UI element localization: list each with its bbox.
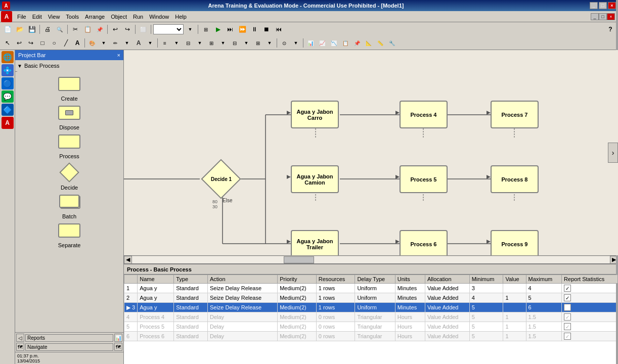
- agua-jabon-camion-node[interactable]: Agua y Jabon Camion: [291, 165, 339, 193]
- align-btn[interactable]: ≡: [159, 37, 170, 49]
- undo2-btn[interactable]: ↩: [14, 37, 25, 49]
- scroll-track[interactable]: [132, 256, 610, 263]
- pointer-btn[interactable]: ↖: [2, 37, 13, 49]
- undo-button[interactable]: ↩: [110, 24, 121, 35]
- snap-dd-btn[interactable]: ▼: [264, 37, 275, 49]
- stat6-btn[interactable]: 📐: [363, 37, 374, 49]
- col-type[interactable]: Type: [174, 275, 208, 284]
- col-units[interactable]: Units: [395, 275, 425, 284]
- report-checkbox[interactable]: [564, 313, 571, 321]
- stop-btn[interactable]: ⏹: [261, 24, 272, 35]
- stat5-btn[interactable]: 📌: [351, 37, 363, 49]
- close-button[interactable]: ×: [608, 2, 616, 9]
- reports-tab[interactable]: Reports: [25, 334, 113, 342]
- stat7-btn[interactable]: 📏: [375, 37, 386, 49]
- col-allocation[interactable]: Allocation: [425, 275, 469, 284]
- text-color-btn[interactable]: A: [133, 37, 144, 49]
- report-checkbox[interactable]: [564, 333, 571, 340]
- table-scroll[interactable]: Name Type Action Priority Resources Dela…: [124, 275, 618, 364]
- template-button[interactable]: ⬜: [138, 24, 149, 35]
- help-btn[interactable]: ?: [605, 24, 616, 35]
- print-prev-button[interactable]: 🔍: [54, 24, 65, 35]
- sidebar-item-decide[interactable]: Decide: [49, 163, 90, 191]
- col-value[interactable]: Value: [503, 275, 526, 284]
- report-checkbox[interactable]: [564, 294, 571, 301]
- text-btn[interactable]: A: [72, 37, 83, 49]
- size-dd-btn[interactable]: ▼: [217, 37, 229, 49]
- sidebar-item-create[interactable]: Create: [49, 77, 90, 102]
- stat8-btn[interactable]: 🔧: [386, 37, 398, 49]
- line-color-btn[interactable]: ✏: [110, 37, 121, 49]
- col-name[interactable]: Name: [138, 275, 174, 284]
- process4-node[interactable]: Process 4: [400, 101, 448, 128]
- sidebar-close[interactable]: ×: [117, 52, 120, 58]
- cut-button[interactable]: ✂: [70, 24, 81, 35]
- connect-dd-btn[interactable]: ▼: [290, 37, 301, 49]
- menu-file[interactable]: File: [14, 13, 29, 21]
- table-row[interactable]: ▶ 3Agua yStandardSeize Delay ReleaseMedi…: [124, 303, 618, 312]
- redo2-btn[interactable]: ↪: [25, 37, 36, 49]
- diagram-canvas[interactable]: Else 80 30 Decide 1 Agua y Jabon Carro A…: [124, 50, 618, 255]
- col-action[interactable]: Action: [207, 275, 277, 284]
- menu-window[interactable]: Window: [146, 13, 172, 21]
- icon-2[interactable]: 💠: [2, 64, 14, 76]
- table-row[interactable]: 2Agua yStandardSeize Delay ReleaseMedium…: [124, 293, 618, 303]
- stat4-btn[interactable]: 📋: [340, 37, 351, 49]
- table-row[interactable]: 6Process 6StandardDelayMedium(2)0 rowsTr…: [124, 332, 618, 341]
- run-fast-btn[interactable]: ⏩: [237, 24, 248, 35]
- app-restore-button[interactable]: □: [599, 13, 607, 20]
- zoom-select[interactable]: 75%: [153, 24, 184, 34]
- run-btn[interactable]: ▶: [212, 24, 224, 35]
- nav-icon-btn[interactable]: 🗺: [16, 343, 24, 351]
- decide1-node[interactable]: Decide 1: [200, 165, 243, 194]
- rect-btn[interactable]: □: [37, 37, 48, 49]
- snap-btn[interactable]: ⊞: [252, 37, 263, 49]
- report-checkbox[interactable]: [564, 304, 571, 311]
- process6-node[interactable]: Process 6: [400, 230, 448, 255]
- menu-run[interactable]: Run: [130, 13, 146, 21]
- col-priority[interactable]: Priority: [278, 275, 317, 284]
- fill-dd-btn[interactable]: ▼: [98, 37, 109, 49]
- menu-edit[interactable]: Edit: [29, 13, 45, 21]
- col-maximum[interactable]: Maximum: [526, 275, 561, 284]
- agua-jabon-carro-node[interactable]: Agua y Jabon Carro: [291, 101, 339, 128]
- menu-help[interactable]: Help: [172, 13, 190, 21]
- app-close-button[interactable]: ×: [607, 13, 615, 20]
- table-row[interactable]: 4Process 4StandardDelayMedium(2)0 rowsTr…: [124, 312, 618, 322]
- connect-btn[interactable]: ⊙: [279, 37, 290, 49]
- canvas-side-arrow[interactable]: ›: [608, 143, 618, 163]
- menu-arrange[interactable]: Arrange: [82, 13, 108, 21]
- col-delaytype[interactable]: Delay Type: [355, 275, 395, 284]
- sidebar-item-process[interactable]: Process: [49, 134, 90, 159]
- zoom-dropdown-btn[interactable]: ▼: [185, 24, 196, 35]
- report-checkbox[interactable]: [564, 285, 571, 292]
- menu-tools[interactable]: Tools: [63, 13, 82, 21]
- menu-object[interactable]: Object: [108, 13, 130, 21]
- table-row[interactable]: 1Agua yStandardSeize Delay ReleaseMedium…: [124, 284, 618, 293]
- icon-5[interactable]: 🔷: [2, 104, 14, 116]
- icon-3[interactable]: 🔵: [2, 77, 14, 89]
- text-dd-btn[interactable]: ▼: [145, 37, 156, 49]
- new-button[interactable]: 📄: [2, 24, 13, 35]
- col-resources[interactable]: Resources: [316, 275, 355, 284]
- dist-dd-btn[interactable]: ▼: [194, 37, 205, 49]
- align-dd-btn[interactable]: ▼: [171, 37, 182, 49]
- stat1-btn[interactable]: 📊: [305, 37, 316, 49]
- fill-color-btn[interactable]: 🎨: [86, 37, 98, 49]
- group-btn[interactable]: ⊟: [229, 37, 240, 49]
- line-dd-btn[interactable]: ▼: [121, 37, 133, 49]
- process7-node[interactable]: Process 7: [491, 101, 539, 128]
- maximize-button[interactable]: □: [599, 2, 607, 9]
- process9-node[interactable]: Process 9: [491, 230, 539, 255]
- redo-button[interactable]: ↪: [122, 24, 133, 35]
- report-checkbox[interactable]: [564, 323, 571, 330]
- stat3-btn[interactable]: 📉: [328, 37, 339, 49]
- table-row[interactable]: 5Process 5StandardDelayMedium(2)0 rowsTr…: [124, 322, 618, 332]
- navigate-tab[interactable]: Navigate: [25, 343, 113, 351]
- save-button[interactable]: 💾: [26, 24, 37, 35]
- col-minimum[interactable]: Minimum: [469, 275, 503, 284]
- col-report[interactable]: Report Statistics: [562, 275, 618, 284]
- menu-view[interactable]: View: [45, 13, 63, 21]
- paste-button[interactable]: 📌: [94, 24, 105, 35]
- sidebar-item-dispose[interactable]: Dispose: [49, 106, 90, 130]
